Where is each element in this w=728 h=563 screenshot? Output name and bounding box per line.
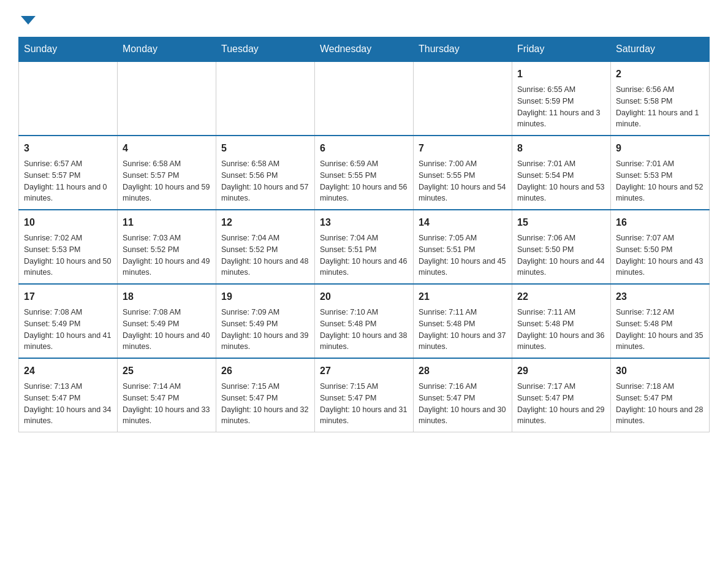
- day-info: Sunrise: 7:08 AMSunset: 5:49 PMDaylight:…: [24, 307, 112, 353]
- day-info: Sunrise: 7:10 AMSunset: 5:48 PMDaylight:…: [320, 307, 408, 353]
- calendar-cell: 18Sunrise: 7:08 AMSunset: 5:49 PMDayligh…: [118, 284, 216, 358]
- calendar-cell: 8Sunrise: 7:01 AMSunset: 5:54 PMDaylight…: [512, 136, 611, 210]
- day-number: 27: [320, 364, 408, 378]
- logo-arrow-icon: [21, 16, 36, 25]
- calendar-cell: 13Sunrise: 7:04 AMSunset: 5:51 PMDayligh…: [315, 210, 414, 284]
- day-info: Sunrise: 7:08 AMSunset: 5:49 PMDaylight:…: [123, 307, 211, 353]
- day-info: Sunrise: 7:09 AMSunset: 5:49 PMDaylight:…: [221, 307, 309, 353]
- calendar-cell: 6Sunrise: 6:59 AMSunset: 5:55 PMDaylight…: [315, 136, 414, 210]
- day-number: 26: [221, 364, 309, 378]
- day-info: Sunrise: 7:01 AMSunset: 5:53 PMDaylight:…: [616, 158, 704, 204]
- calendar-cell: 25Sunrise: 7:14 AMSunset: 5:47 PMDayligh…: [118, 358, 216, 432]
- calendar-cell: 9Sunrise: 7:01 AMSunset: 5:53 PMDaylight…: [611, 136, 710, 210]
- calendar-cell: 17Sunrise: 7:08 AMSunset: 5:49 PMDayligh…: [19, 284, 118, 358]
- day-info: Sunrise: 7:13 AMSunset: 5:47 PMDaylight:…: [24, 381, 112, 427]
- day-info: Sunrise: 7:11 AMSunset: 5:48 PMDaylight:…: [517, 307, 605, 353]
- weekday-header-tuesday: Tuesday: [216, 37, 315, 62]
- day-info: Sunrise: 7:01 AMSunset: 5:54 PMDaylight:…: [517, 158, 605, 204]
- calendar-week-2: 3Sunrise: 6:57 AMSunset: 5:57 PMDaylight…: [19, 136, 710, 210]
- day-number: 21: [419, 289, 507, 304]
- day-number: 9: [616, 141, 704, 156]
- day-number: 12: [221, 215, 309, 230]
- day-number: 14: [419, 215, 507, 230]
- weekday-header-thursday: Thursday: [414, 37, 512, 62]
- calendar-cell: [315, 61, 414, 136]
- calendar-cell: 4Sunrise: 6:58 AMSunset: 5:57 PMDaylight…: [118, 136, 216, 210]
- day-number: 24: [24, 364, 112, 378]
- day-number: 18: [123, 289, 211, 304]
- calendar-cell: 21Sunrise: 7:11 AMSunset: 5:48 PMDayligh…: [414, 284, 512, 358]
- day-number: 19: [221, 289, 309, 304]
- day-number: 6: [320, 141, 408, 156]
- calendar-week-4: 17Sunrise: 7:08 AMSunset: 5:49 PMDayligh…: [19, 284, 710, 358]
- calendar-cell: 12Sunrise: 7:04 AMSunset: 5:52 PMDayligh…: [216, 210, 315, 284]
- day-number: 29: [517, 364, 605, 378]
- day-info: Sunrise: 7:03 AMSunset: 5:52 PMDaylight:…: [123, 232, 211, 278]
- logo-general-text: [18, 12, 36, 25]
- calendar-cell: 19Sunrise: 7:09 AMSunset: 5:49 PMDayligh…: [216, 284, 315, 358]
- weekday-header-monday: Monday: [118, 37, 216, 62]
- day-number: 11: [123, 215, 211, 230]
- day-info: Sunrise: 7:07 AMSunset: 5:50 PMDaylight:…: [616, 232, 704, 278]
- calendar-cell: 14Sunrise: 7:05 AMSunset: 5:51 PMDayligh…: [414, 210, 512, 284]
- day-info: Sunrise: 6:57 AMSunset: 5:57 PMDaylight:…: [24, 158, 112, 204]
- day-number: 30: [616, 364, 704, 378]
- calendar-week-5: 24Sunrise: 7:13 AMSunset: 5:47 PMDayligh…: [19, 358, 710, 432]
- calendar-cell: [414, 61, 512, 136]
- calendar-cell: 26Sunrise: 7:15 AMSunset: 5:47 PMDayligh…: [216, 358, 315, 432]
- day-info: Sunrise: 6:56 AMSunset: 5:58 PMDaylight:…: [616, 84, 704, 130]
- day-number: 2: [616, 67, 704, 82]
- day-info: Sunrise: 7:15 AMSunset: 5:47 PMDaylight:…: [221, 381, 309, 427]
- calendar-cell: [118, 61, 216, 136]
- calendar-cell: [216, 61, 315, 136]
- logo: [18, 12, 36, 25]
- day-number: 13: [320, 215, 408, 230]
- day-info: Sunrise: 7:02 AMSunset: 5:53 PMDaylight:…: [24, 232, 112, 278]
- day-number: 15: [517, 215, 605, 230]
- calendar-week-3: 10Sunrise: 7:02 AMSunset: 5:53 PMDayligh…: [19, 210, 710, 284]
- weekday-header-saturday: Saturday: [611, 37, 710, 62]
- calendar-cell: 29Sunrise: 7:17 AMSunset: 5:47 PMDayligh…: [512, 358, 611, 432]
- day-number: 8: [517, 141, 605, 156]
- calendar-header-row: SundayMondayTuesdayWednesdayThursdayFrid…: [19, 37, 710, 62]
- day-number: 25: [123, 364, 211, 378]
- day-info: Sunrise: 7:06 AMSunset: 5:50 PMDaylight:…: [517, 232, 605, 278]
- day-info: Sunrise: 7:04 AMSunset: 5:51 PMDaylight:…: [320, 232, 408, 278]
- weekday-header-sunday: Sunday: [19, 37, 118, 62]
- day-info: Sunrise: 7:11 AMSunset: 5:48 PMDaylight:…: [419, 307, 507, 353]
- calendar-cell: 28Sunrise: 7:16 AMSunset: 5:47 PMDayligh…: [414, 358, 512, 432]
- day-info: Sunrise: 7:05 AMSunset: 5:51 PMDaylight:…: [419, 232, 507, 278]
- day-info: Sunrise: 7:14 AMSunset: 5:47 PMDaylight:…: [123, 381, 211, 427]
- calendar-cell: 3Sunrise: 6:57 AMSunset: 5:57 PMDaylight…: [19, 136, 118, 210]
- day-info: Sunrise: 6:58 AMSunset: 5:57 PMDaylight:…: [123, 158, 211, 204]
- day-number: 22: [517, 289, 605, 304]
- calendar-table: SundayMondayTuesdayWednesdayThursdayFrid…: [18, 37, 710, 432]
- day-number: 20: [320, 289, 408, 304]
- calendar-cell: [19, 61, 118, 136]
- day-info: Sunrise: 7:15 AMSunset: 5:47 PMDaylight:…: [320, 381, 408, 427]
- calendar-cell: 11Sunrise: 7:03 AMSunset: 5:52 PMDayligh…: [118, 210, 216, 284]
- day-number: 3: [24, 141, 112, 156]
- calendar-cell: 22Sunrise: 7:11 AMSunset: 5:48 PMDayligh…: [512, 284, 611, 358]
- day-number: 17: [24, 289, 112, 304]
- calendar-cell: 10Sunrise: 7:02 AMSunset: 5:53 PMDayligh…: [19, 210, 118, 284]
- day-info: Sunrise: 6:55 AMSunset: 5:59 PMDaylight:…: [517, 84, 605, 130]
- day-number: 7: [419, 141, 507, 156]
- calendar-cell: 16Sunrise: 7:07 AMSunset: 5:50 PMDayligh…: [611, 210, 710, 284]
- day-number: 23: [616, 289, 704, 304]
- weekday-header-wednesday: Wednesday: [315, 37, 414, 62]
- calendar-cell: 30Sunrise: 7:18 AMSunset: 5:47 PMDayligh…: [611, 358, 710, 432]
- calendar-cell: 23Sunrise: 7:12 AMSunset: 5:48 PMDayligh…: [611, 284, 710, 358]
- day-info: Sunrise: 6:59 AMSunset: 5:55 PMDaylight:…: [320, 158, 408, 204]
- day-number: 28: [419, 364, 507, 378]
- day-number: 10: [24, 215, 112, 230]
- day-info: Sunrise: 7:17 AMSunset: 5:47 PMDaylight:…: [517, 381, 605, 427]
- day-info: Sunrise: 7:12 AMSunset: 5:48 PMDaylight:…: [616, 307, 704, 353]
- weekday-header-friday: Friday: [512, 37, 611, 62]
- day-info: Sunrise: 6:58 AMSunset: 5:56 PMDaylight:…: [221, 158, 309, 204]
- day-number: 5: [221, 141, 309, 156]
- calendar-cell: 15Sunrise: 7:06 AMSunset: 5:50 PMDayligh…: [512, 210, 611, 284]
- page-header: [18, 12, 710, 25]
- day-number: 1: [517, 67, 605, 82]
- calendar-cell: 7Sunrise: 7:00 AMSunset: 5:55 PMDaylight…: [414, 136, 512, 210]
